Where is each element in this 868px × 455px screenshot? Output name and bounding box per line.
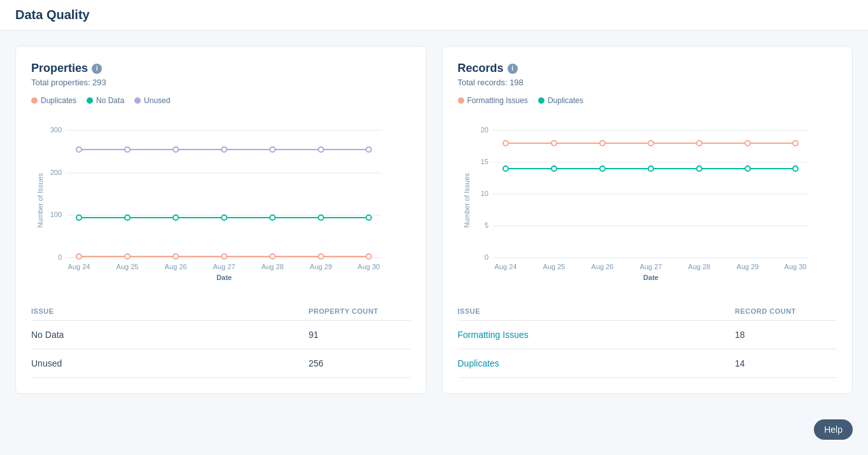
- properties-y-axis-label: Number of Issues: [36, 172, 44, 228]
- legend-formatting: Formatting Issues: [458, 96, 528, 105]
- dot-fmt-3: [648, 141, 653, 146]
- svg-text:Aug 27: Aug 27: [639, 263, 662, 270]
- properties-chart: Number of Issues 300 200 100 0: [31, 111, 411, 290]
- properties-legend: Duplicates No Data Unused: [31, 96, 411, 105]
- dot-fmt-0: [503, 141, 508, 146]
- records-info-icon[interactable]: i: [508, 64, 518, 74]
- dot-unused-6: [366, 147, 371, 152]
- records-table: ISSUE RECORD COUNT Formatting Issues 18 …: [458, 302, 837, 378]
- dot-rdp-2: [600, 166, 605, 171]
- dot-nodata-4: [270, 215, 275, 220]
- dot-dup-5: [318, 254, 324, 259]
- dot-unused-3: [222, 147, 227, 152]
- svg-text:Aug 26: Aug 26: [591, 263, 613, 270]
- records-card-title: Records i: [458, 62, 837, 75]
- dot-rdp-1: [551, 166, 557, 171]
- records-count-duplicates: 14: [735, 358, 837, 368]
- properties-svg: Number of Issues 300 200 100 0: [31, 111, 401, 290]
- dot-dup-0: [76, 254, 82, 259]
- svg-text:Aug 28: Aug 28: [262, 263, 284, 270]
- svg-text:5: 5: [484, 221, 488, 229]
- legend-dot-formatting: [458, 97, 464, 104]
- svg-text:Aug 29: Aug 29: [736, 263, 758, 270]
- dot-rdp-6: [793, 166, 798, 171]
- legend-unused: Unused: [134, 96, 170, 105]
- properties-count-unused: 256: [309, 358, 411, 368]
- dot-nodata-2: [173, 215, 178, 220]
- svg-text:Date: Date: [217, 274, 232, 281]
- properties-row-unused: Unused 256: [31, 349, 411, 378]
- dot-unused-1: [125, 147, 130, 152]
- properties-col-issue: ISSUE: [31, 307, 309, 315]
- svg-text:Aug 30: Aug 30: [784, 263, 806, 270]
- properties-row-nodata: No Data 91: [31, 321, 411, 349]
- main-content: Properties i Total properties: 293 Dupli…: [0, 31, 868, 409]
- records-issue-duplicates[interactable]: Duplicates: [458, 358, 736, 368]
- svg-text:Aug 26: Aug 26: [165, 263, 187, 270]
- legend-duplicates: Duplicates: [31, 96, 76, 105]
- dot-rdp-5: [745, 166, 750, 171]
- legend-dot-nodata: [87, 97, 93, 104]
- page-title: Data Quality: [15, 8, 853, 22]
- properties-info-icon[interactable]: i: [92, 64, 102, 74]
- records-col-issue: ISSUE: [458, 307, 736, 315]
- dot-rdp-3: [648, 166, 653, 171]
- help-button[interactable]: Help: [814, 419, 853, 440]
- svg-text:200: 200: [50, 169, 62, 176]
- dot-fmt-6: [793, 141, 798, 146]
- dot-rdp-4: [697, 166, 702, 171]
- properties-col-count: PROPERTY COUNT: [309, 307, 411, 315]
- dot-dup-4: [270, 254, 275, 259]
- records-y-axis-label: Number of Issues: [463, 172, 471, 228]
- records-col-count: RECORD COUNT: [735, 307, 837, 315]
- svg-text:Date: Date: [643, 274, 658, 281]
- records-svg: Number of Issues 20 15 10 5: [458, 111, 827, 290]
- properties-card-title: Properties i: [31, 62, 411, 75]
- properties-table-header: ISSUE PROPERTY COUNT: [31, 302, 411, 321]
- records-subtitle: Total records: 198: [458, 78, 837, 87]
- properties-count-nodata: 91: [309, 330, 411, 340]
- dot-nodata-1: [125, 215, 130, 220]
- svg-text:0: 0: [484, 253, 488, 261]
- legend-rec-duplicates: Duplicates: [538, 96, 583, 105]
- dot-nodata-3: [222, 215, 227, 220]
- dot-fmt-2: [600, 141, 605, 146]
- records-row-duplicates[interactable]: Duplicates 14: [458, 349, 837, 378]
- dot-unused-4: [270, 147, 275, 152]
- svg-text:Aug 27: Aug 27: [213, 263, 236, 270]
- dot-rdp-0: [503, 166, 508, 171]
- dot-fmt-4: [697, 141, 702, 146]
- svg-text:10: 10: [480, 190, 488, 197]
- legend-dot-duplicates: [31, 97, 38, 104]
- dot-fmt-5: [745, 141, 750, 146]
- dot-dup-6: [366, 254, 371, 259]
- records-card: Records i Total records: 198 Formatting …: [442, 46, 853, 394]
- dot-nodata-0: [76, 215, 82, 220]
- svg-text:300: 300: [50, 126, 62, 134]
- dot-fmt-1: [551, 141, 557, 146]
- legend-nodata: No Data: [87, 96, 124, 105]
- dot-unused-0: [76, 147, 82, 152]
- properties-issue-unused: Unused: [31, 358, 309, 368]
- svg-text:Aug 25: Aug 25: [117, 263, 139, 270]
- records-issue-formatting[interactable]: Formatting Issues: [458, 330, 736, 340]
- properties-issue-nodata: No Data: [31, 330, 309, 340]
- dot-unused-2: [173, 147, 178, 152]
- svg-text:Aug 24: Aug 24: [494, 263, 516, 270]
- svg-text:0: 0: [58, 253, 62, 261]
- legend-dot-rec-duplicates: [538, 97, 544, 104]
- legend-dot-unused: [134, 97, 141, 104]
- records-row-formatting[interactable]: Formatting Issues 18: [458, 321, 837, 349]
- records-legend: Formatting Issues Duplicates: [458, 96, 837, 105]
- properties-subtitle: Total properties: 293: [31, 78, 411, 87]
- dot-dup-3: [222, 254, 227, 259]
- dot-nodata-5: [318, 215, 324, 220]
- dot-unused-5: [318, 147, 324, 152]
- dot-nodata-6: [366, 215, 371, 220]
- svg-text:Aug 28: Aug 28: [688, 263, 710, 270]
- svg-text:100: 100: [50, 211, 62, 218]
- svg-text:Aug 24: Aug 24: [68, 263, 90, 270]
- svg-text:20: 20: [480, 126, 488, 134]
- page-header: Data Quality: [0, 0, 868, 31]
- properties-card: Properties i Total properties: 293 Dupli…: [15, 46, 427, 394]
